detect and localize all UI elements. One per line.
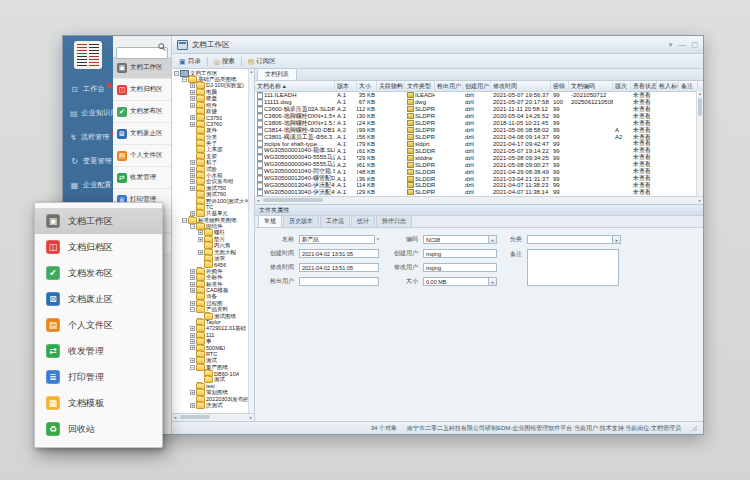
tree-expander[interactable]: − xyxy=(182,218,187,223)
tree-expander[interactable]: + xyxy=(190,186,195,191)
tree-expander[interactable]: + xyxy=(190,288,195,293)
resize-grip[interactable] xyxy=(691,425,697,431)
menu-item-archive[interactable]: ◫文档归档区 xyxy=(35,234,162,260)
table-row[interactable]: WG30500013040-伊沃配490…A.1129 KBSLDPRTdzli… xyxy=(255,189,703,196)
name-field[interactable] xyxy=(299,235,375,244)
chevron-down-icon[interactable]: ▾ xyxy=(489,235,497,244)
column-header-rev[interactable]: 版次 xyxy=(613,81,631,91)
menu-item-obsolete[interactable]: ⊠文档废止区 xyxy=(35,286,162,312)
window-maximize-button[interactable]: ▢ xyxy=(691,40,698,50)
column-header-checkin_mark[interactable]: 检入标记 xyxy=(657,81,679,91)
tree-expander[interactable]: + xyxy=(190,339,195,344)
remark-field[interactable] xyxy=(527,249,619,286)
tree-expander[interactable]: + xyxy=(190,301,195,306)
menu-item-obsolete[interactable]: ⊠文档废止区 xyxy=(113,123,171,145)
scrollbar-thumb[interactable] xyxy=(180,415,210,419)
window-collapse-button[interactable]: ▾ xyxy=(669,40,673,50)
column-header-checkout_user[interactable]: 检出用户 xyxy=(435,81,463,91)
menu-item-template[interactable]: ▦文档模板 xyxy=(35,390,162,416)
tree-expander[interactable]: + xyxy=(190,160,195,165)
checkout-user-field[interactable] xyxy=(299,277,379,286)
menu-item-recycle[interactable]: ♻回收站 xyxy=(35,416,162,442)
chevron-down-icon[interactable]: ▾ xyxy=(489,277,497,286)
properties-tab-1[interactable]: 历史版本 xyxy=(283,215,319,227)
menu-item-publish[interactable]: ✔文档发布区 xyxy=(113,101,171,123)
menu-item-archive[interactable]: ◫文档归档区 xyxy=(113,79,171,101)
column-header-size[interactable]: 大小 xyxy=(357,81,377,91)
modify-user-field[interactable] xyxy=(423,263,497,272)
tree-expander[interactable]: + xyxy=(190,275,195,280)
tree-expander[interactable]: − xyxy=(182,77,187,82)
tree-expander[interactable]: + xyxy=(190,345,195,350)
tree-expander[interactable]: + xyxy=(190,167,195,172)
scroll-right-icon[interactable]: ► xyxy=(249,414,253,421)
menu-item-personal[interactable]: ▤个人文件区 xyxy=(113,145,171,167)
tree-expander[interactable]: − xyxy=(190,224,195,229)
menu-item-workspace[interactable]: ▣文档工作区 xyxy=(113,57,171,79)
tree-expander[interactable]: + xyxy=(190,83,195,88)
tree-expander[interactable]: + xyxy=(190,390,195,395)
category-field[interactable] xyxy=(527,235,613,244)
window-minimize-button[interactable]: — xyxy=(678,40,685,50)
tree-expander[interactable]: + xyxy=(190,96,195,101)
code-field[interactable] xyxy=(423,235,489,244)
column-header-level[interactable]: 密级 xyxy=(551,81,569,91)
tree-node[interactable]: +沃测试 xyxy=(172,402,254,408)
column-header-doc_code[interactable]: 文档编码 xyxy=(569,81,613,91)
properties-tab-4[interactable]: 操作日志 xyxy=(376,215,412,227)
menu-item-publish[interactable]: ✔文档发布区 xyxy=(35,260,162,286)
menu-item-sendrecv[interactable]: ⇄收发管理 xyxy=(113,167,171,189)
tree-expander[interactable]: + xyxy=(190,173,195,178)
menu-item-personal[interactable]: ▤个人文件区 xyxy=(35,312,162,338)
sidebar-item-knowledge[interactable]: ▤企业知识库 xyxy=(63,101,113,125)
modify-time-field[interactable] xyxy=(299,263,379,272)
tree-expander[interactable]: + xyxy=(190,103,195,108)
tree-expander[interactable]: + xyxy=(190,115,195,120)
menu-item-workspace[interactable]: ▣文档工作区 xyxy=(35,208,162,234)
column-header-create_user[interactable]: 创建用户 xyxy=(463,81,491,91)
scroll-left-icon[interactable]: ◄ xyxy=(173,414,177,421)
tree-expander[interactable]: + xyxy=(190,90,195,95)
tree-horizontal-scrollbar[interactable]: ◄ ► xyxy=(172,413,254,421)
sidebar-item-process[interactable]: ↯流程管理 xyxy=(63,125,113,149)
table-vertical-scrollbar[interactable]: ▲ xyxy=(696,91,703,197)
column-header-filetype[interactable]: 文件类型 xyxy=(405,81,435,91)
properties-tab-3[interactable]: 统计 xyxy=(351,215,375,227)
column-header-modify_time[interactable]: 修改时间 xyxy=(491,81,551,91)
sidebar-item-config[interactable]: ▦企业配置 xyxy=(63,173,113,197)
tree-expander[interactable]: + xyxy=(190,282,195,287)
tree-expander[interactable]: + xyxy=(190,326,195,331)
size-field[interactable] xyxy=(423,277,489,286)
create-user-field[interactable] xyxy=(423,249,497,258)
scroll-right-icon[interactable]: ► xyxy=(698,197,702,204)
tree-expander[interactable]: + xyxy=(190,358,195,363)
column-header-name[interactable]: 文档名称 ▴ xyxy=(255,81,335,91)
create-time-field[interactable] xyxy=(299,249,379,258)
column-header-version[interactable]: 版本 xyxy=(335,81,357,91)
column-header-remark[interactable]: 备注 xyxy=(679,81,698,91)
tree-expander[interactable]: − xyxy=(190,365,195,370)
tree-expander[interactable]: + xyxy=(198,230,203,235)
table-horizontal-scrollbar[interactable]: ◄ ► xyxy=(255,196,703,204)
menu-item-print[interactable]: ≣打印管理 xyxy=(35,364,162,390)
sidebar-item-workbench[interactable]: ⊡工作台 xyxy=(63,77,113,101)
tree-vertical-scrollbar[interactable]: ▲ xyxy=(248,69,254,414)
tree-expander[interactable]: + xyxy=(198,237,203,242)
search-icon[interactable] xyxy=(158,43,166,51)
toolbar-button-subscribe[interactable]: ▤订阅区 xyxy=(244,56,280,67)
properties-tab-0[interactable]: 常规 xyxy=(258,215,282,227)
tree-expander[interactable]: + xyxy=(190,403,195,408)
toolbar-button-search[interactable]: ◎搜索 xyxy=(210,56,239,67)
chevron-down-icon[interactable]: ▾ xyxy=(613,235,621,244)
scrollbar-thumb[interactable] xyxy=(698,98,702,116)
tab-document-list[interactable]: 文档列表 xyxy=(257,68,297,80)
menu-item-sendrecv[interactable]: ⇄收发管理 xyxy=(35,338,162,364)
tree-expander[interactable]: + xyxy=(190,333,195,338)
tree-expander[interactable]: + xyxy=(190,122,195,127)
column-header-view_status[interactable]: 查看状态 xyxy=(631,81,657,91)
tree-expander[interactable]: + xyxy=(198,250,203,255)
sidebar-item-change[interactable]: ↻变更管理 xyxy=(63,149,113,173)
toolbar-button-catalog[interactable]: ▣目录 xyxy=(175,56,205,67)
tree-expander[interactable]: − xyxy=(190,307,195,312)
scroll-left-icon[interactable]: ◄ xyxy=(256,197,260,204)
